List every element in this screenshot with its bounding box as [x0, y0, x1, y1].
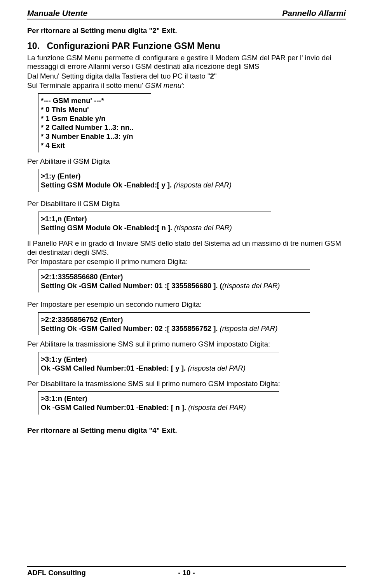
disable-tx-line1: >3:1:n (Enter) [41, 394, 278, 403]
disable-gsm-box: >1:1,n (Enter) Setting GSM Module Ok -En… [38, 212, 271, 234]
enable-gsm-line2-bold: Setting GSM Module Ok -Enabled:[ y ]. [41, 181, 174, 189]
set-num1-line2-resp: (risposta del PAR) [222, 282, 280, 290]
paragraph-3: Per Impostare per esempio un secondo num… [27, 300, 346, 309]
section-heading: 10. Configurazioni PAR Funzione GSM Menu [27, 41, 346, 51]
paragraph-5: Per Disabilitare la trasmissione SMS sul… [27, 380, 346, 388]
gsm-menu-box: *--- GSM menu' ---* * 0 This Menu' * 1 G… [38, 93, 151, 152]
disable-tx-box: >3:1:n (Enter) Ok -GSM Called Number:01 … [38, 391, 279, 414]
set-num1-line2-bold: Setting Ok -GSM Called Number: 01 :[ 335… [41, 282, 222, 290]
disable-gsm-line2: Setting GSM Module Ok -Enabled:[ n ]. (r… [41, 223, 270, 232]
enable-gsm-line2: Setting GSM Module Ok -Enabled:[ y ]. (r… [41, 180, 270, 189]
section-number: 10. [27, 41, 44, 51]
disable-gsm-line1: >1:1,n (Enter) [41, 214, 270, 223]
set-num2-line2: Setting Ok -GSM Called Number: 02 :[ 335… [41, 324, 309, 333]
disable-gsm-line2-resp: (risposta del PAR) [174, 224, 232, 232]
spacer [27, 419, 346, 426]
disable-tx-line2-resp: (risposta del PAR) [188, 403, 246, 411]
disable-tx-line2-bold: Ok -GSM Called Number:01 -Enabled: [ n ]… [41, 403, 188, 411]
p1c-post: : [183, 81, 185, 89]
set-num2-line2-resp: (risposta del PAR) [220, 324, 278, 332]
enable-tx-line2-resp: (risposta del PAR) [188, 364, 246, 372]
enable-tx-line1: >3:1:y (Enter) [41, 355, 278, 364]
gsm-menu-line: * 1 Gsm Enable y/n [41, 114, 150, 123]
enable-tx-line2: Ok -GSM Called Number:01 -Enabled: [ y ]… [41, 364, 278, 373]
set-num1-box: >2:1:3355856680 (Enter) Setting Ok -GSM … [38, 270, 310, 292]
footer-center: - 10 - [27, 569, 346, 577]
document-page: Manuale Utente Pannello Allarmi Per rito… [0, 0, 373, 588]
enable-tx-box: >3:1:y (Enter) Ok -GSM Called Number:01 … [38, 352, 279, 375]
p1-line-b: Dal Menu' Setting digita dalla Tastiera … [27, 72, 346, 81]
set-num1-line1: >2:1:3355856680 (Enter) [41, 272, 309, 281]
p1-line-c: Sul Terminale apparira il sotto menu' GS… [27, 81, 346, 90]
set-num2-line2-bold: Setting Ok -GSM Called Number: 02 :[ 335… [41, 324, 220, 332]
spacer [27, 196, 346, 200]
page-footer: ADFL Consulting - 10 - [27, 566, 346, 577]
p1c-pre: Sul Terminale apparira il sotto menu' [27, 81, 145, 89]
enable-tx-line2-bold: Ok -GSM Called Number:01 -Enabled: [ y ]… [41, 364, 188, 372]
set-num2-line1: >2:2:3355856752 (Enter) [41, 315, 309, 324]
p1-line-a: La funzione GSM Menu permette di configu… [27, 54, 346, 71]
intro-return-line: Per ritornare al Setting menu digita "2"… [27, 26, 346, 35]
paragraph-1: La funzione GSM Menu permette di configu… [27, 54, 346, 90]
section-title: Configurazioni PAR Funzione GSM Menu [47, 41, 220, 51]
spacer [27, 297, 346, 300]
gsm-menu-line: * 0 This Menu' [41, 105, 150, 114]
enable-gsm-label: Per Abilitare il GSM Digita [27, 157, 346, 166]
paragraph-4: Per Abilitare la trasmissione SMS sul il… [27, 340, 346, 349]
p1c-italic: GSM menu' [145, 81, 183, 89]
p1b-bold: 2 [210, 72, 214, 80]
p2a: Il Panello PAR e in grado di Inviare SMS… [27, 239, 346, 257]
gsm-menu-line: * 4 Exit [41, 141, 150, 150]
set-num1-line2: Setting Ok -GSM Called Number: 01 :[ 335… [41, 281, 309, 290]
p1b-pre: Dal Menu' Setting digita dalla Tastiera … [27, 72, 210, 80]
gsm-menu-line: *--- GSM menu' ---* [41, 96, 150, 105]
header-left: Manuale Utente [27, 9, 87, 18]
gsm-menu-line: * 2 Called Number 1..3: nn.. [41, 123, 150, 132]
disable-tx-line2: Ok -GSM Called Number:01 -Enabled: [ n ]… [41, 403, 278, 412]
enable-gsm-line1: >1:y (Enter) [41, 172, 270, 180]
enable-gsm-line2-resp: (risposta del PAR) [174, 181, 232, 189]
disable-gsm-label: Per Disabilitare il GSM Digita [27, 200, 346, 208]
gsm-menu-line: * 3 Number Enable 1..3: y/n [41, 132, 150, 141]
page-header: Manuale Utente Pannello Allarmi [27, 9, 346, 19]
p2b: Per Impostare per esempio il primo numer… [27, 257, 346, 266]
outro-return-line: Per ritornare al Setting menu digita "4"… [27, 426, 346, 435]
paragraph-2: Il Panello PAR e in grado di Inviare SMS… [27, 239, 346, 266]
header-right: Pannello Allarmi [282, 9, 346, 18]
disable-gsm-line2-bold: Setting GSM Module Ok -Enabled:[ n ]. [41, 224, 174, 232]
enable-gsm-box: >1:y (Enter) Setting GSM Module Ok -Enab… [38, 169, 271, 192]
p1b-post: " [214, 72, 217, 80]
set-num2-box: >2:2:3355856752 (Enter) Setting Ok -GSM … [38, 312, 310, 335]
